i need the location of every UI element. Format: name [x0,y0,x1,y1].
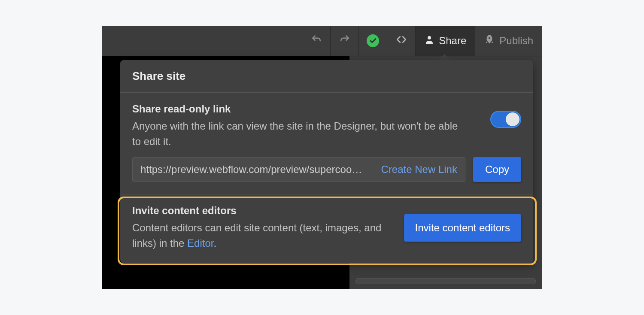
invite-heading: Invite content editors [132,205,390,217]
right-panel-placeholder [355,278,536,284]
invite-desc-pre: Content editors can edit site content (t… [132,222,381,249]
share-popover: Share site Share read-only link Anyone w… [120,60,533,263]
app-window: Share Publish Share site Share read-only… [102,26,542,289]
copy-button[interactable]: Copy [473,157,521,182]
check-icon [367,34,379,47]
editor-link[interactable]: Editor [187,237,213,249]
rocket-icon [484,34,495,48]
create-new-link[interactable]: Create New Link [381,164,457,176]
topbar: Share Publish [102,26,542,56]
readonly-heading: Share read-only link [132,103,459,115]
toggle-knob [506,112,519,126]
publish-button[interactable]: Publish [475,26,542,56]
invite-description: Content editors can edit site content (t… [132,220,390,251]
invite-desc-post: . [213,237,216,249]
undo-button[interactable] [302,26,330,56]
redo-button[interactable] [330,26,358,56]
svg-point-1 [489,37,490,39]
readonly-description: Anyone with the link can view the site i… [132,118,459,149]
popover-title: Share site [132,70,521,83]
invite-button[interactable]: Invite content editors [404,214,521,242]
code-icon [395,34,408,48]
person-icon [424,34,434,47]
readonly-link-box: https://preview.webflow.com/preview/supe… [132,157,465,182]
popover-arrow [438,54,450,60]
popover-header: Share site [120,60,533,93]
share-button[interactable]: Share [415,26,475,56]
code-button[interactable] [387,26,415,56]
publish-label: Publish [499,35,533,47]
invite-section: Invite content editors Content editors c… [120,194,533,263]
svg-point-0 [428,36,431,39]
topbar-spacer [102,26,302,56]
share-label: Share [439,35,466,47]
readonly-url[interactable]: https://preview.webflow.com/preview/supe… [140,164,362,176]
readonly-section: Share read-only link Anyone with the lin… [120,93,533,194]
readonly-toggle[interactable] [490,111,521,128]
undo-icon [311,34,322,48]
status-button[interactable] [358,26,387,56]
redo-icon [339,34,350,48]
